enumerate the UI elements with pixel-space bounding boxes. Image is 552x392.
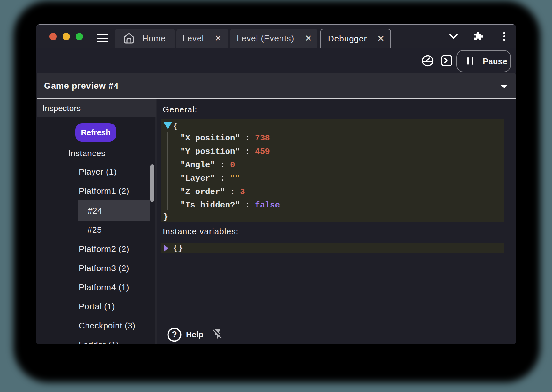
svg-text:?: ?: [172, 330, 177, 339]
